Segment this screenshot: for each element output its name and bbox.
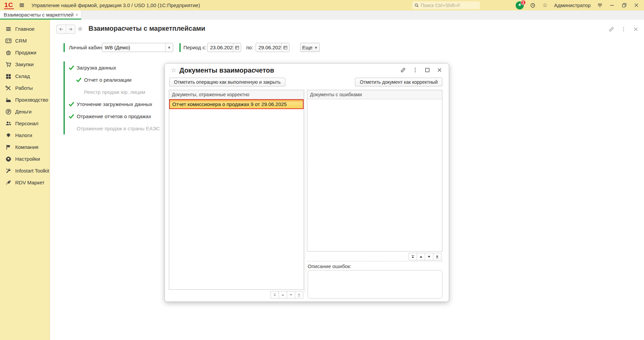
sidebar-item[interactable]: Infostart Toolkit: [0, 165, 50, 177]
sidebar-item[interactable]: Продажи: [0, 47, 50, 58]
errors-description-textarea[interactable]: [308, 270, 442, 298]
go-up-button[interactable]: [417, 253, 425, 260]
check-icon: [69, 65, 74, 71]
tab-settlements-marketplaces[interactable]: Взаиморасчеты с маркетплейсами ×: [0, 10, 81, 20]
checklist-item[interactable]: Реестр продаж юр. лицам: [65, 86, 175, 98]
checklist-item[interactable]: Отчет о реализации: [65, 74, 175, 86]
checklist-item[interactable]: Отражение продаж в страны ЕАЭС: [65, 122, 175, 134]
search-input[interactable]: [421, 3, 475, 8]
sidebar-item[interactable]: Закупки: [0, 58, 50, 70]
main-menu-button[interactable]: [17, 1, 26, 10]
sidebar-item[interactable]: Персонал: [0, 117, 50, 129]
go-down-button[interactable]: [425, 253, 433, 260]
infostart-toolkit-icon: [5, 168, 11, 174]
sidebar-item-label: CRM: [15, 38, 27, 44]
document-row[interactable]: Отчет комиссионера о продажах 9 от 29.06…: [169, 99, 304, 109]
notification-badge: 1: [521, 0, 526, 5]
sidebar-item[interactable]: Деньги: [0, 106, 50, 117]
get-link-button[interactable]: [608, 25, 615, 33]
correct-panel-nav-buttons: [271, 291, 303, 298]
period-to-value: 29.06.2025: [256, 45, 281, 50]
go-last-button[interactable]: [433, 253, 441, 260]
more-button[interactable]: Еще ▼: [300, 43, 320, 52]
restore-button[interactable]: [620, 1, 628, 10]
sidebar-item[interactable]: Налоги: [0, 129, 50, 141]
sidebar-item-label: Компания: [15, 144, 38, 150]
dialog-maximize-button[interactable]: [424, 67, 431, 73]
user-name: Администратор: [554, 2, 591, 8]
sidebar-item[interactable]: CRM: [0, 35, 50, 47]
go-down-button[interactable]: [287, 291, 295, 298]
dialog-close-button[interactable]: [436, 67, 443, 73]
staff-people-icon: [5, 121, 11, 127]
sidebar-item-label: Продажи: [15, 50, 36, 55]
history-button[interactable]: [529, 1, 537, 10]
checklist-item-label: Загрузка данных: [77, 65, 116, 71]
panel-splitter[interactable]: [305, 90, 305, 292]
tab-close-icon[interactable]: ×: [75, 12, 78, 17]
errors-panel-header: Документы с ошибками: [307, 90, 442, 99]
checklist-item-label: Отражение отчетов о продажах: [77, 113, 151, 119]
favorites-button[interactable]: ☆: [541, 1, 549, 10]
sidebar-item[interactable]: RDV Маркет: [0, 177, 50, 188]
app-window: 1С Управление нашей фирмой, редакция 3.0…: [0, 0, 644, 340]
page-title: Взаиморасчеты с маркетплейсами: [88, 25, 205, 32]
go-first-button[interactable]: [271, 291, 279, 298]
notifications-button[interactable]: 1: [516, 1, 525, 10]
minimize-button[interactable]: [608, 1, 616, 10]
cabinet-dropdown-button[interactable]: ▼: [165, 43, 173, 52]
go-up-button[interactable]: [279, 291, 287, 298]
sidebar-item[interactable]: Компания: [0, 141, 50, 153]
dialog-link-button[interactable]: [400, 67, 406, 73]
sidebar-item[interactable]: Настройки: [0, 153, 50, 165]
settings-gear-icon: [5, 156, 11, 162]
period-to-label: по:: [246, 45, 253, 50]
period-from-label: Период с:: [183, 45, 206, 50]
sidebar-item-label: Персонал: [15, 121, 38, 126]
mark-correct-button[interactable]: Отметить документ как корректный: [355, 78, 442, 86]
global-search[interactable]: [412, 1, 480, 9]
chevron-down-icon: ▼: [314, 46, 318, 50]
sidebar-item[interactable]: Главное: [0, 23, 50, 35]
1c-logo[interactable]: 1С: [4, 2, 14, 9]
page-header-icons: [608, 25, 639, 33]
checklist-item[interactable]: Загрузка данных: [65, 61, 175, 74]
sidebar-item[interactable]: Производство: [0, 94, 50, 106]
back-button[interactable]: [57, 25, 66, 33]
filter-accent-bar: [63, 43, 65, 52]
sidebar-item-label: Склад: [15, 73, 30, 79]
more-menu-button[interactable]: [620, 25, 627, 33]
nav-last-icon: [435, 255, 439, 259]
window-close-button[interactable]: [632, 1, 641, 10]
checklist-item[interactable]: Отражение отчетов о продажах: [65, 110, 175, 122]
sidebar-item-label: Настройки: [15, 156, 40, 162]
arrow-left-icon: [59, 27, 64, 32]
period-to-calendar-button[interactable]: [281, 43, 289, 52]
service-menu-button[interactable]: [595, 1, 604, 10]
nav-down-icon: [289, 293, 293, 297]
page-close-button[interactable]: [632, 25, 639, 33]
period-from-input[interactable]: 23.06.2025: [207, 43, 241, 52]
company-flag-icon: [5, 144, 11, 150]
dialog-favorite-star-icon[interactable]: ☆: [171, 67, 176, 74]
checklist-item[interactable]: Уточнение загруженных данных: [65, 98, 175, 110]
sidebar-item[interactable]: Склад: [0, 70, 50, 82]
cabinet-select[interactable]: WB (Демо) ▼: [102, 43, 173, 52]
favorite-star-icon[interactable]: ★: [77, 24, 84, 34]
complete-operation-button[interactable]: Отметить операцию как выполненную и закр…: [169, 78, 285, 86]
minimize-icon: [609, 2, 615, 8]
sidebar-item[interactable]: Работы: [0, 82, 50, 94]
go-first-button[interactable]: [409, 253, 417, 260]
topbar: 1С Управление нашей фирмой, редакция 3.0…: [0, 0, 644, 10]
nav-down-icon: [427, 255, 431, 259]
nav-first-icon: [273, 293, 277, 297]
go-last-button[interactable]: [295, 291, 303, 298]
dialog-more-menu-button[interactable]: [412, 67, 418, 73]
close-icon: [437, 67, 442, 73]
period-to-input[interactable]: 29.06.2025: [256, 43, 289, 52]
forward-button[interactable]: [66, 25, 75, 33]
close-icon: [634, 2, 639, 8]
period-from-calendar-button[interactable]: [233, 43, 241, 52]
crm-icon: [5, 38, 11, 44]
checklist-item-label: Отражение продаж в страны ЕАЭС: [77, 126, 160, 131]
